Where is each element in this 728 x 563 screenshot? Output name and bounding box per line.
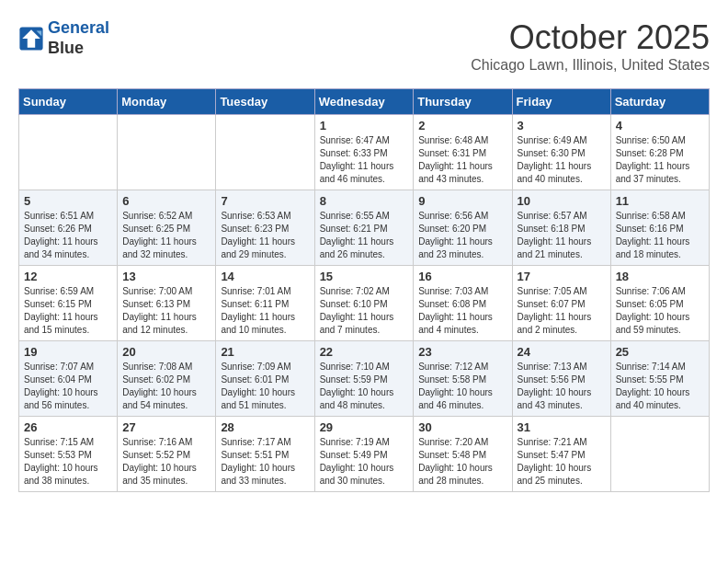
day-info: Sunrise: 7:21 AM Sunset: 5:47 PM Dayligh…: [518, 436, 606, 488]
calendar-cell: 17Sunrise: 7:05 AM Sunset: 6:07 PM Dayli…: [512, 266, 610, 341]
day-info: Sunrise: 7:07 AM Sunset: 6:04 PM Dayligh…: [24, 361, 112, 412]
location-subtitle: Chicago Lawn, Illinois, United States: [471, 57, 710, 74]
calendar-cell: 6Sunrise: 6:52 AM Sunset: 6:25 PM Daylig…: [118, 190, 216, 266]
day-number: 25: [616, 345, 704, 359]
day-number: 20: [122, 345, 210, 359]
calendar-week-row: 19Sunrise: 7:07 AM Sunset: 6:04 PM Dayli…: [19, 341, 710, 417]
day-info: Sunrise: 6:48 AM Sunset: 6:31 PM Dayligh…: [418, 134, 506, 186]
calendar-cell: 29Sunrise: 7:19 AM Sunset: 5:49 PM Dayli…: [314, 417, 414, 492]
day-info: Sunrise: 7:02 AM Sunset: 6:10 PM Dayligh…: [320, 285, 409, 337]
calendar-cell: [118, 115, 216, 190]
calendar-cell: 7Sunrise: 6:53 AM Sunset: 6:23 PM Daylig…: [216, 190, 314, 266]
calendar-cell: 2Sunrise: 6:48 AM Sunset: 6:31 PM Daylig…: [414, 115, 512, 190]
calendar-cell: 9Sunrise: 6:56 AM Sunset: 6:20 PM Daylig…: [414, 190, 512, 266]
day-number: 11: [616, 194, 704, 208]
calendar-week-row: 26Sunrise: 7:15 AM Sunset: 5:53 PM Dayli…: [19, 417, 710, 492]
title-block: October 2025 Chicago Lawn, Illinois, Uni…: [471, 18, 710, 74]
day-info: Sunrise: 7:19 AM Sunset: 5:49 PM Dayligh…: [320, 436, 409, 488]
calendar-cell: 13Sunrise: 7:00 AM Sunset: 6:13 PM Dayli…: [118, 266, 216, 341]
day-info: Sunrise: 7:12 AM Sunset: 5:58 PM Dayligh…: [418, 361, 506, 412]
day-number: 6: [122, 194, 210, 208]
calendar-week-row: 1Sunrise: 6:47 AM Sunset: 6:33 PM Daylig…: [19, 115, 710, 190]
calendar-week-row: 5Sunrise: 6:51 AM Sunset: 6:26 PM Daylig…: [19, 190, 710, 266]
day-info: Sunrise: 6:53 AM Sunset: 6:23 PM Dayligh…: [221, 210, 309, 261]
weekday-header-tuesday: Tuesday: [216, 89, 314, 115]
day-info: Sunrise: 7:06 AM Sunset: 6:05 PM Dayligh…: [616, 285, 704, 337]
day-number: 23: [418, 345, 506, 359]
weekday-header-row: SundayMondayTuesdayWednesdayThursdayFrid…: [19, 89, 710, 115]
calendar-cell: 5Sunrise: 6:51 AM Sunset: 6:26 PM Daylig…: [19, 190, 118, 266]
calendar-cell: 19Sunrise: 7:07 AM Sunset: 6:04 PM Dayli…: [19, 341, 118, 417]
day-number: 3: [518, 119, 606, 132]
logo-text: General Blue: [48, 18, 109, 58]
logo-line1: General: [48, 18, 109, 37]
day-number: 4: [616, 119, 704, 132]
calendar-cell: [216, 115, 314, 190]
day-info: Sunrise: 7:03 AM Sunset: 6:08 PM Dayligh…: [418, 285, 506, 337]
day-number: 10: [518, 194, 606, 208]
calendar-cell: 15Sunrise: 7:02 AM Sunset: 6:10 PM Dayli…: [314, 266, 414, 341]
calendar-cell: 16Sunrise: 7:03 AM Sunset: 6:08 PM Dayli…: [414, 266, 512, 341]
calendar-cell: 11Sunrise: 6:58 AM Sunset: 6:16 PM Dayli…: [610, 190, 709, 266]
day-number: 22: [320, 345, 409, 359]
day-number: 16: [418, 270, 506, 283]
day-info: Sunrise: 7:05 AM Sunset: 6:07 PM Dayligh…: [518, 285, 606, 337]
calendar-cell: 3Sunrise: 6:49 AM Sunset: 6:30 PM Daylig…: [512, 115, 610, 190]
day-number: 12: [24, 270, 112, 283]
day-info: Sunrise: 6:49 AM Sunset: 6:30 PM Dayligh…: [518, 134, 606, 186]
day-number: 28: [221, 420, 309, 434]
day-number: 9: [418, 194, 506, 208]
day-number: 27: [122, 420, 210, 434]
day-number: 13: [122, 270, 210, 283]
day-info: Sunrise: 6:52 AM Sunset: 6:25 PM Dayligh…: [122, 210, 210, 261]
day-info: Sunrise: 6:47 AM Sunset: 6:33 PM Dayligh…: [320, 134, 409, 186]
day-number: 24: [518, 345, 606, 359]
calendar-cell: 30Sunrise: 7:20 AM Sunset: 5:48 PM Dayli…: [414, 417, 512, 492]
day-info: Sunrise: 7:00 AM Sunset: 6:13 PM Dayligh…: [122, 285, 210, 337]
day-info: Sunrise: 6:58 AM Sunset: 6:16 PM Dayligh…: [616, 210, 704, 261]
day-info: Sunrise: 7:10 AM Sunset: 5:59 PM Dayligh…: [320, 361, 409, 412]
day-info: Sunrise: 6:55 AM Sunset: 6:21 PM Dayligh…: [320, 210, 409, 261]
calendar-table: SundayMondayTuesdayWednesdayThursdayFrid…: [18, 88, 710, 492]
calendar-cell: 4Sunrise: 6:50 AM Sunset: 6:28 PM Daylig…: [610, 115, 709, 190]
calendar-cell: 18Sunrise: 7:06 AM Sunset: 6:05 PM Dayli…: [610, 266, 709, 341]
calendar-cell: 20Sunrise: 7:08 AM Sunset: 6:02 PM Dayli…: [118, 341, 216, 417]
day-number: 14: [221, 270, 309, 283]
day-number: 1: [320, 119, 409, 132]
calendar-cell: 24Sunrise: 7:13 AM Sunset: 5:56 PM Dayli…: [512, 341, 610, 417]
weekday-header-wednesday: Wednesday: [314, 89, 414, 115]
page-header: General Blue October 2025 Chicago Lawn, …: [18, 18, 710, 74]
day-number: 29: [320, 420, 409, 434]
calendar-cell: 31Sunrise: 7:21 AM Sunset: 5:47 PM Dayli…: [512, 417, 610, 492]
day-info: Sunrise: 7:20 AM Sunset: 5:48 PM Dayligh…: [418, 436, 506, 488]
day-number: 21: [221, 345, 309, 359]
logo: General Blue: [18, 18, 109, 58]
day-info: Sunrise: 7:17 AM Sunset: 5:51 PM Dayligh…: [221, 436, 309, 488]
calendar-cell: 25Sunrise: 7:14 AM Sunset: 5:55 PM Dayli…: [610, 341, 709, 417]
day-number: 2: [418, 119, 506, 132]
weekday-header-friday: Friday: [512, 89, 610, 115]
day-info: Sunrise: 7:01 AM Sunset: 6:11 PM Dayligh…: [221, 285, 309, 337]
weekday-header-thursday: Thursday: [414, 89, 512, 115]
day-info: Sunrise: 7:13 AM Sunset: 5:56 PM Dayligh…: [518, 361, 606, 412]
logo-line2: Blue: [48, 39, 109, 59]
calendar-cell: 1Sunrise: 6:47 AM Sunset: 6:33 PM Daylig…: [314, 115, 414, 190]
day-number: 19: [24, 345, 112, 359]
day-number: 31: [518, 420, 606, 434]
day-number: 17: [518, 270, 606, 283]
calendar-cell: 27Sunrise: 7:16 AM Sunset: 5:52 PM Dayli…: [118, 417, 216, 492]
day-info: Sunrise: 7:16 AM Sunset: 5:52 PM Dayligh…: [122, 436, 210, 488]
day-number: 26: [24, 420, 112, 434]
day-number: 7: [221, 194, 309, 208]
day-number: 8: [320, 194, 409, 208]
day-info: Sunrise: 6:56 AM Sunset: 6:20 PM Dayligh…: [418, 210, 506, 261]
weekday-header-sunday: Sunday: [19, 89, 118, 115]
calendar-cell: 28Sunrise: 7:17 AM Sunset: 5:51 PM Dayli…: [216, 417, 314, 492]
calendar-cell: 21Sunrise: 7:09 AM Sunset: 6:01 PM Dayli…: [216, 341, 314, 417]
day-number: 15: [320, 270, 409, 283]
weekday-header-saturday: Saturday: [610, 89, 709, 115]
weekday-header-monday: Monday: [118, 89, 216, 115]
day-number: 30: [418, 420, 506, 434]
calendar-cell: [19, 115, 118, 190]
calendar-cell: [610, 417, 709, 492]
